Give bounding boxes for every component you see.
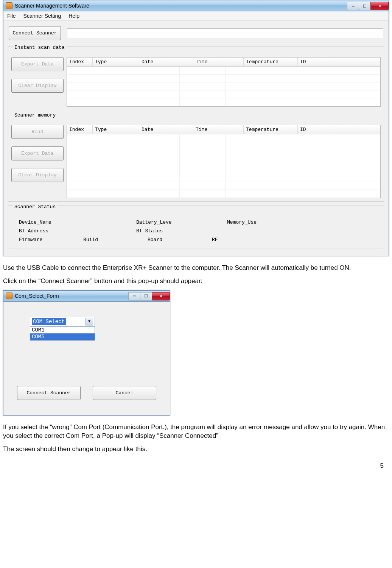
status-bt-status: BT_Status [136,228,178,234]
status-build: Build [83,237,125,243]
scanner-status-group: Scanner Status Device_Name Battery_Leve … [8,205,384,249]
cancel-button[interactable]: Cancel [93,386,156,400]
status-device-name: Device_Name [19,219,61,225]
status-rf: RF [212,237,223,243]
app-icon-2 [6,293,12,299]
close-button[interactable]: ✕ [370,2,389,10]
com-select-combo[interactable]: COM Select ▼ COM1 COM5 [30,317,95,341]
group-title-instant: Instant scan data [13,45,66,50]
group-title-status: Scanner Status [13,204,57,210]
chevron-down-icon[interactable]: ▼ [86,318,93,325]
col-id-2: ID [298,125,380,134]
titlebar-2: Com_Select_Form ━ ☐ ✕ [3,291,170,302]
col-time: Time [193,58,244,66]
col-date-2: Date [139,125,193,134]
status-memory-use: Memory_Use [227,219,269,225]
maximize-button-2[interactable]: ☐ [140,292,152,300]
page-number: 5 [3,458,389,473]
minimize-button[interactable]: ━ [347,2,359,10]
menu-scanner-setting[interactable]: Scanner Setting [23,13,61,19]
clear-display-button[interactable]: Clear Display [11,79,64,93]
connect-scanner-button[interactable]: Connect Scanner [9,26,61,40]
combo-selected: COM Select [32,318,66,325]
prose-4: The screen should then change to appear … [3,445,389,454]
com-select-window: Com_Select_Form ━ ☐ ✕ COM Select ▼ COM1 … [3,290,170,415]
prose-1: Use the USB Cable to connect the Enterpr… [3,264,389,272]
instant-scan-group: Instant scan data Export Data Clear Disp… [8,46,384,110]
menu-help[interactable]: Help [68,13,79,19]
prose-2: Click on the “Connect Scanner” button an… [3,277,389,286]
titlebar: Scanner Management Software ━ ☐ ✕ [3,0,389,11]
status-battery: Battery_Leve [136,219,178,225]
prose-3: If you select the “wrong” Com Port (Comm… [3,423,389,440]
col-time-2: Time [193,125,244,134]
combo-option-com5[interactable]: COM5 [30,333,95,340]
app-icon [6,2,12,9]
col-temp-2: Temperature [244,125,298,134]
col-index-2: Index [67,125,93,134]
combo-list: COM1 COM5 [30,327,95,340]
export-data-button[interactable]: Export Data [11,57,64,71]
status-bt-address: BT_Address [19,228,61,234]
maximize-button[interactable]: ☐ [359,2,371,10]
col-temp: Temperature [244,58,298,66]
col-index: Index [67,58,93,66]
col-type-2: Type [93,125,139,134]
window-title: Scanner Management Software [15,3,89,9]
menubar: File Scanner Setting Help [3,11,389,21]
minimize-button-2[interactable]: ━ [128,292,140,300]
status-firmware: Firmware [19,237,61,243]
col-date: Date [139,58,193,66]
status-text-field[interactable] [67,28,383,38]
col-type: Type [93,58,139,66]
memory-data-table[interactable]: Index Type Date Time Temperature ID [67,125,381,198]
window-title-2: Com_Select_Form [15,293,59,299]
connect-scanner-button-2[interactable]: Connect Scanner [17,386,81,400]
export-data-button-2[interactable]: Export Data [11,146,64,160]
instant-data-table[interactable]: Index Type Date Time Temperature ID [67,57,381,107]
menu-file[interactable]: File [7,13,16,19]
col-id: ID [298,58,380,66]
read-button[interactable]: Read [11,125,64,139]
group-title-memory: Scanner memory [13,112,57,118]
scanner-memory-group: Scanner memory Read Export Data Clear Di… [8,114,384,202]
scanner-management-window: Scanner Management Software ━ ☐ ✕ File S… [3,0,389,256]
combo-option-com1[interactable]: COM1 [30,327,95,333]
close-button-2[interactable]: ✕ [152,292,170,300]
status-board: Board [148,237,189,243]
clear-display-button-2[interactable]: Clear Display [11,168,64,182]
